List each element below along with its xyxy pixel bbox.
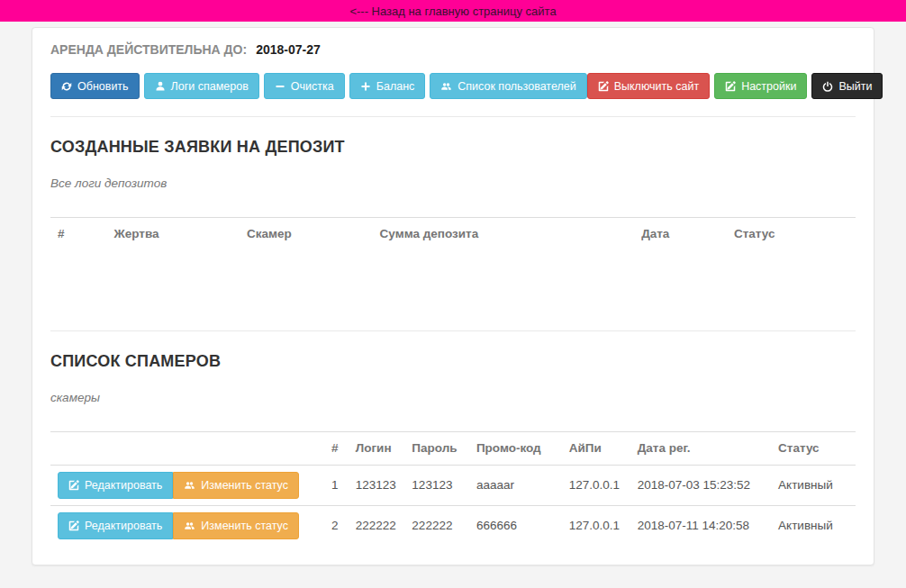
deposits-table: # Жертва Скамер Сумма депозита Дата Стат… [50,217,856,313]
row-number: 2 [324,506,349,547]
edit-spammer-button-label: Редактировать [85,520,162,532]
spammers-section-title: СПИСОК СПАМЕРОВ [50,351,856,371]
promo-cell: 666666 [469,506,562,547]
settings-button-label: Настройки [741,80,796,93]
column-header: Жертва [107,218,240,251]
change-status-button[interactable]: Изменить статус [173,472,299,499]
user-list-button[interactable]: Список пользователей [430,73,586,99]
power-icon [822,81,833,92]
column-header: Дата рег. [630,432,771,466]
users-icon [184,480,195,491]
deposits-section: СОЗДАННЫЕ ЗАЯВКИ НА ДЕПОЗИТ Все логи деп… [50,137,856,313]
logout-button-label: Выйти [838,80,872,93]
column-header: Статус [727,218,856,251]
column-header: # [324,432,349,466]
cleanup-button-label: Очистка [291,80,334,93]
section-divider [50,116,856,117]
login-cell: 222222 [349,506,405,547]
row-number: 1 [324,466,349,506]
back-to-main-link[interactable]: <--- Назад на главную страницу сайта [349,5,556,18]
spammers-section: СПИСОК СПАМЕРОВ скамеры # Логин Пароль П… [50,351,856,546]
change-status-button-label: Изменить статус [201,479,288,492]
login-cell: 123123 [349,466,405,506]
promo-cell: aaaaar [469,466,562,506]
toolbar-right-group: Выключить сайт Настройки Выйти [587,73,883,99]
edit-icon [725,81,736,92]
minus-icon [275,81,285,92]
edit-spammer-button[interactable]: Редактировать [58,472,173,499]
spammers-header-row: # Логин Пароль Промо-код АйПи Дата рег. … [50,432,856,466]
refresh-button-label: Обновить [77,80,129,93]
users-icon [184,520,195,531]
ip-cell: 127.0.0.1 [562,506,630,547]
refresh-icon [61,81,72,92]
column-header: Пароль [404,432,469,466]
column-header: Логин [349,432,405,466]
spammer-table-row: Редактировать Изменить статус 1 123123 1… [50,466,856,506]
toolbar-left-group: Обновить Логи спамеров Очистка Баланс Сп… [50,73,587,99]
ip-cell: 127.0.0.1 [562,466,630,506]
spammer-logs-button[interactable]: Логи спамеров [144,73,259,99]
spammers-section-subtitle: скамеры [50,391,856,405]
deposits-section-title: СОЗДАННЫЕ ЗАЯВКИ НА ДЕПОЗИТ [50,137,856,157]
row-actions-group: Редактировать Изменить статус [58,472,299,499]
status-cell: Активный [771,466,856,506]
password-cell: 123123 [404,466,469,506]
disable-site-button[interactable]: Выключить сайт [587,73,710,99]
actions-column-header [50,432,324,466]
column-header: Промо-код [469,432,562,466]
rent-info: АРЕНДА ДЕЙСТВИТЕЛЬНА ДО:2018-07-27 [50,42,856,58]
disable-site-button-label: Выключить сайт [614,80,699,93]
admin-panel: АРЕНДА ДЕЙСТВИТЕЛЬНА ДО:2018-07-27 Обнов… [32,27,874,565]
deposits-header-row: # Жертва Скамер Сумма депозита Дата Стат… [50,218,856,251]
edit-icon [598,81,609,92]
edit-icon [68,480,79,491]
reg-date-cell: 2018-07-11 14:20:58 [630,506,771,547]
edit-spammer-button[interactable]: Редактировать [58,512,173,539]
column-header: Сумма депозита [373,218,635,251]
rent-expiry-date: 2018-07-27 [256,42,321,57]
spammer-logs-button-label: Логи спамеров [171,80,249,93]
status-cell: Активный [771,506,856,547]
refresh-button[interactable]: Обновить [50,73,140,99]
change-status-button[interactable]: Изменить статус [173,512,299,539]
column-header: # [50,218,107,251]
row-actions-group: Редактировать Изменить статус [58,512,299,539]
column-header: АйПи [562,432,630,466]
edit-icon [68,520,79,531]
column-header: Скамер [240,218,373,251]
plus-icon [360,81,371,92]
change-status-button-label: Изменить статус [201,520,288,532]
balance-button[interactable]: Баланс [349,73,426,99]
row-actions-cell: Редактировать Изменить статус [50,466,324,506]
rent-label: АРЕНДА ДЕЙСТВИТЕЛЬНА ДО: [50,42,247,57]
logout-button[interactable]: Выйти [811,73,883,99]
reg-date-cell: 2018-07-03 15:23:52 [630,466,771,506]
row-actions-cell: Редактировать Изменить статус [50,506,324,547]
section-divider [50,330,856,331]
balance-button-label: Баланс [376,80,415,93]
user-list-button-label: Список пользователей [458,80,575,93]
toolbar: Обновить Логи спамеров Очистка Баланс Сп… [50,73,856,99]
user-icon [155,81,166,92]
password-cell: 222222 [404,506,469,547]
settings-button[interactable]: Настройки [714,73,807,99]
spammer-table-row: Редактировать Изменить статус 2 222222 2… [50,506,856,547]
column-header: Статус [771,432,856,466]
topbar: <--- Назад на главную страницу сайта [0,0,906,22]
empty-deposits-body [50,250,856,313]
deposits-section-subtitle: Все логи депозитов [50,176,856,191]
spammers-table: # Логин Пароль Промо-код АйПи Дата рег. … [50,431,856,546]
column-header: Дата [634,218,727,251]
cleanup-button[interactable]: Очистка [264,73,345,99]
users-icon [440,81,452,92]
edit-spammer-button-label: Редактировать [85,479,162,492]
